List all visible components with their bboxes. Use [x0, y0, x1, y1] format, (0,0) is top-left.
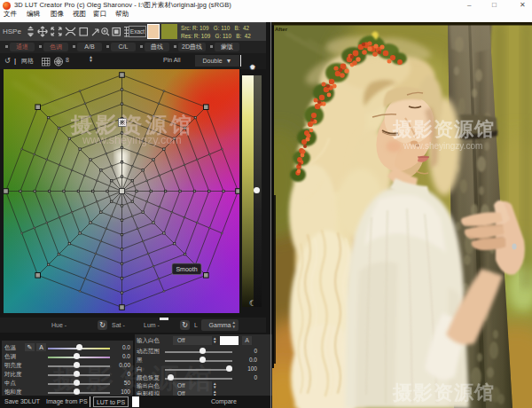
svg-text:摄影资源馆: 摄影资源馆: [392, 381, 495, 404]
svg-text:www.sheyingzy.com: www.sheyingzy.com: [82, 134, 182, 146]
svg-text:摄影资源馆: 摄影资源馆: [70, 113, 195, 137]
svg-text:Smooth: Smooth: [176, 266, 197, 272]
svg-text:After: After: [275, 27, 288, 32]
svg-text:www.sheyingzy.com: www.sheyingzy.com: [403, 141, 482, 151]
svg-text:摄影资源馆: 摄影资源馆: [392, 118, 495, 140]
